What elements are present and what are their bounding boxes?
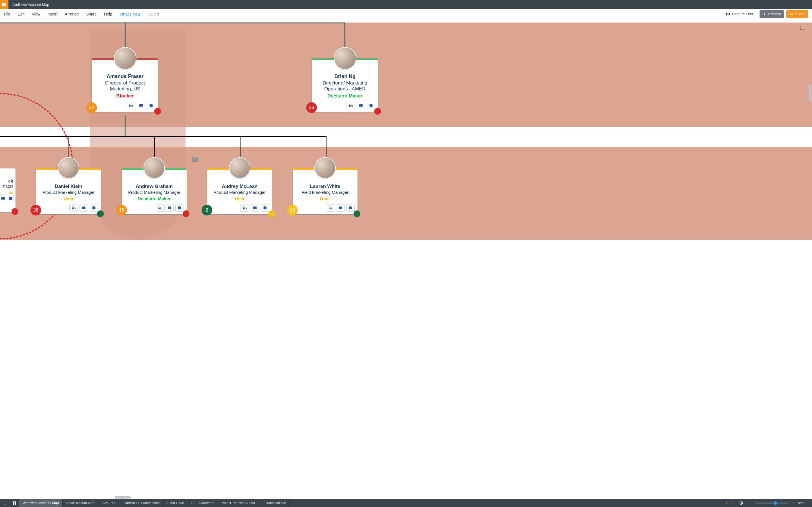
linkedin-button[interactable] [347, 102, 355, 109]
linkedin-button[interactable] [241, 204, 249, 212]
grid-icon [12, 501, 17, 506]
zoom-slider[interactable] [755, 503, 789, 504]
tabs-prev[interactable] [723, 499, 730, 507]
person-name: Brian Ng [315, 73, 375, 79]
grid-button[interactable] [10, 499, 19, 507]
expand-button[interactable] [800, 25, 805, 32]
card-lauren-white[interactable]: Lauren White Field Marketing Manager Use… [293, 168, 357, 214]
notes-icon [348, 206, 353, 210]
zoom-controls: 98% [746, 501, 812, 505]
people-icon [790, 12, 793, 16]
card-daniel-klein[interactable]: Daniel Klein Product Marketing Manager U… [36, 168, 101, 214]
linkedin-icon [129, 103, 133, 108]
notes-button[interactable] [175, 204, 184, 212]
linkedin-icon [243, 206, 247, 210]
notes-icon [149, 103, 153, 108]
zoom-thumb[interactable] [774, 501, 777, 505]
notes-icon [177, 206, 182, 210]
contact-card-button[interactable] [0, 194, 6, 202]
outline-button[interactable] [0, 499, 10, 507]
avatar [314, 157, 336, 179]
count-badge: 16 [116, 205, 127, 216]
status-dot [354, 210, 360, 217]
id-card-icon [139, 103, 143, 108]
person-title: Product Marketing Manager [39, 190, 98, 195]
share-button[interactable]: Share [786, 10, 808, 18]
status-dot [97, 210, 104, 217]
menu-help[interactable]: Help [104, 12, 112, 16]
zoom-in-icon[interactable] [791, 501, 795, 505]
zoom-out-icon[interactable] [749, 501, 753, 505]
notes-button[interactable] [261, 204, 269, 212]
notes-button[interactable] [8, 194, 14, 202]
tab-worldwide-account-map[interactable]: Worldwide Account Map [19, 499, 63, 507]
card-partial-left[interactable]: ch nager or [0, 168, 15, 212]
tabs-next[interactable] [730, 499, 737, 507]
save-status: Saved [148, 12, 159, 16]
caret-down-icon[interactable] [806, 502, 809, 504]
contact-card-button[interactable] [336, 204, 345, 212]
present-button[interactable]: Present [760, 10, 784, 18]
vertical-scrollbar[interactable] [809, 84, 811, 101]
card-andrew-graham[interactable]: Andrew Graham Product Marketing Manager … [122, 168, 187, 214]
menu-edit[interactable]: Edit [18, 12, 24, 16]
tab-aws-se[interactable]: AWS - SE [98, 499, 120, 507]
linkedin-button[interactable] [155, 204, 163, 212]
person-role: or [0, 190, 13, 194]
title-bar: Andiamo Account Map [0, 0, 812, 9]
horizontal-scrollbar[interactable] [114, 496, 131, 499]
avatar [144, 157, 165, 179]
status-dot [183, 210, 190, 217]
connector [124, 115, 125, 136]
avatar [334, 47, 356, 69]
tab-se-hardware[interactable]: SE - Hardware [188, 499, 217, 507]
id-card-icon [338, 206, 343, 210]
tab-gantt-chart[interactable]: Gantt Chart [163, 499, 188, 507]
person-title: Product Marketing Manager [210, 190, 269, 195]
document-title[interactable]: Andiamo Account Map [12, 3, 49, 7]
zoom-value[interactable]: 98% [797, 501, 804, 505]
card-audrey-mclean[interactable]: Audrey McLean Product Marketing Manager … [207, 168, 272, 214]
menu-view[interactable]: View [32, 12, 40, 16]
contact-card-button[interactable] [137, 102, 145, 109]
linkedin-icon [71, 206, 76, 210]
home-button[interactable] [0, 0, 8, 9]
notes-button[interactable] [147, 102, 155, 109]
tab-local-account-map[interactable]: Local Account Map [63, 499, 98, 507]
count-badge: 22 [86, 102, 97, 113]
card-brian-ng[interactable]: Brian Ng Director of Marketing Operation… [312, 58, 378, 112]
notes-button[interactable] [367, 102, 375, 109]
menu-arrange[interactable]: Arrange [65, 12, 79, 16]
avatar [114, 47, 137, 69]
menu-bar: File Edit View Insert Arrange Share Help… [0, 9, 812, 19]
card-amanda-fraser[interactable]: Amanda Fraser Director of Product Market… [92, 58, 158, 112]
tab-current-vs-future[interactable]: Current vs. Future State [120, 499, 163, 507]
person-title: Field Marketing Manager [296, 190, 355, 195]
contact-card-button[interactable] [251, 204, 259, 212]
feature-find-button[interactable]: Feature Find [725, 11, 753, 17]
linkedin-button[interactable] [69, 204, 78, 212]
play-icon [763, 12, 766, 16]
note-icon[interactable] [192, 157, 198, 162]
menu-whats-new[interactable]: What's New [119, 12, 140, 16]
notes-icon [369, 103, 373, 108]
binoculars-icon [725, 11, 730, 17]
linkedin-icon [157, 206, 161, 210]
canvas[interactable]: Amanda Fraser Director of Product Market… [0, 20, 812, 499]
menu-file[interactable]: File [4, 12, 10, 16]
notes-icon [8, 196, 13, 201]
contact-card-button[interactable] [357, 102, 365, 109]
target-button[interactable] [737, 499, 746, 507]
notes-button[interactable] [346, 204, 355, 212]
notes-button[interactable] [90, 204, 98, 212]
tab-project-timeline[interactable]: Project Timeline & Criti… [217, 499, 262, 507]
linkedin-button[interactable] [326, 204, 335, 212]
linkedin-button[interactable] [126, 102, 135, 109]
menu-insert[interactable]: Insert [48, 12, 57, 16]
contact-card-button[interactable] [80, 204, 88, 212]
contact-card-button[interactable] [165, 204, 174, 212]
menu-share[interactable]: Share [86, 12, 97, 16]
tab-transition-for[interactable]: Transition For [262, 499, 290, 507]
status-dot [154, 108, 161, 115]
bottom-bar: Worldwide Account Map Local Account Map … [0, 499, 812, 507]
